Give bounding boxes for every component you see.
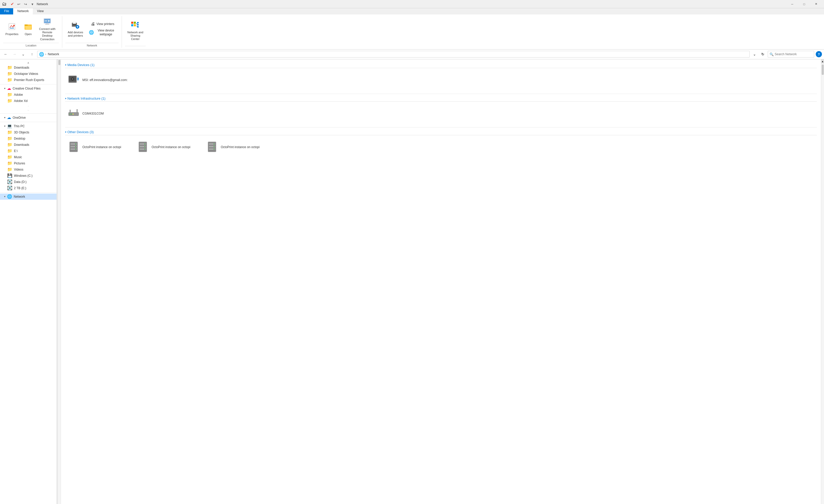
close-icon: ✕ xyxy=(815,2,817,6)
router-icon xyxy=(68,107,80,120)
creative-cloud-icon: ☁ xyxy=(7,86,11,91)
svg-rect-18 xyxy=(134,22,136,24)
section-label-media: Media Devices (1) xyxy=(68,63,95,67)
sidebar-scroll-top: ▲ xyxy=(0,60,57,65)
sidebar-label-adobe-xd: Adobe Xd xyxy=(14,99,28,103)
connect-remote-button[interactable]: Connect with Remote Desktop Connection xyxy=(36,16,59,42)
qs-dropdown-button[interactable]: ▾ xyxy=(29,1,35,7)
ribbon: File Network View Properties xyxy=(0,8,824,49)
folder-icon: 📁 xyxy=(7,92,12,97)
svg-rect-12 xyxy=(73,26,75,27)
section-header-media[interactable]: ▾ Media Devices (1) xyxy=(65,61,817,68)
sidebar-item-premier[interactable]: 📁 Premier Rush Exports xyxy=(0,77,57,83)
sidebar-item-onedrive[interactable]: ▾ ☁ OneDrive xyxy=(0,115,57,121)
media-device-icon xyxy=(68,74,80,87)
ribbon-group-sharing-items: Network andSharing Center xyxy=(125,16,146,45)
nav-up-button[interactable]: ↑ xyxy=(28,50,36,58)
network-sharing-button[interactable]: Network andSharing Center xyxy=(125,19,146,42)
list-item[interactable]: OctoPrint instance on octopi xyxy=(134,139,201,156)
sidebar-item-windows-c[interactable]: 💾 Windows (C:) xyxy=(0,173,57,179)
sidebar-label-premier: Premier Rush Exports xyxy=(14,78,44,82)
path-item-network[interactable]: Network xyxy=(47,52,60,56)
sidebar-item-edrive[interactable]: 📁 E:\ xyxy=(0,148,57,154)
drive-icon: 💾 xyxy=(7,173,12,178)
sidebar-item-2tb[interactable]: 💽 2 TB (E:) xyxy=(0,185,57,191)
nav-dropdown-button[interactable]: ⌄ xyxy=(20,50,27,58)
add-devices-button[interactable]: Add devicesand printers xyxy=(65,19,86,39)
path-separator: › xyxy=(45,52,46,56)
sidebar: ▲ 📁 Downloads 📁 Octolapse Videos 📁 Premi… xyxy=(0,59,57,504)
sidebar-item-downloads1[interactable]: 📁 Downloads xyxy=(0,65,57,71)
collapse-icon: ▾ xyxy=(65,97,66,100)
svg-point-36 xyxy=(73,114,74,115)
list-item[interactable]: OctoPrint instance on octopi xyxy=(65,139,132,156)
expand-icon: ▾ xyxy=(4,125,5,127)
list-item[interactable]: CGM4331COM xyxy=(65,105,132,122)
sidebar-scroll-mid2: ·· xyxy=(0,108,57,112)
section-header-other[interactable]: ▾ Other Devices (3) xyxy=(65,129,817,135)
sidebar-item-3dobjects[interactable]: 📁 3D Objects xyxy=(0,129,57,135)
forward-icon: → xyxy=(13,52,16,56)
help-button[interactable]: ? xyxy=(816,51,822,57)
open-button[interactable]: Open xyxy=(22,21,34,37)
network-sharing-label: Network andSharing Center xyxy=(127,31,143,41)
sidebar-item-videos[interactable]: 📁 Videos xyxy=(0,166,57,173)
address-path[interactable]: 🌐 › Network xyxy=(37,51,750,57)
sidebar-label-creative-cloud: Creative Cloud Files xyxy=(13,87,40,90)
view-device-webpage-button[interactable]: 🌐 View device webpage xyxy=(87,28,118,37)
scrollbar-up-button[interactable]: ▲ xyxy=(821,59,824,64)
expand-icon: ▾ xyxy=(4,116,5,119)
list-item[interactable]: MSI: eff.innovations@gmail.com: xyxy=(65,72,132,89)
tab-view[interactable]: View xyxy=(33,8,48,14)
sidebar-item-downloads2[interactable]: 📁 Downloads xyxy=(0,142,57,148)
folder-icon: 📁 xyxy=(7,78,12,82)
close-button[interactable]: ✕ xyxy=(810,0,822,8)
scrollbar-thumb-right[interactable] xyxy=(822,65,824,75)
svg-rect-9 xyxy=(45,21,47,21)
properties-button[interactable]: Properties xyxy=(3,21,21,37)
tab-file[interactable]: File xyxy=(0,8,13,14)
properties-label: Properties xyxy=(5,32,18,36)
tab-network[interactable]: Network xyxy=(13,8,33,14)
svg-point-1 xyxy=(13,25,15,26)
refresh-button[interactable]: ↻ xyxy=(759,51,766,57)
view-printers-button[interactable]: 🖨 View printers xyxy=(87,21,118,27)
sidebar-divider-4 xyxy=(0,192,57,193)
scrollbar-thumb-left[interactable] xyxy=(59,60,61,65)
sidebar-item-network[interactable]: ▾ 🌐 Network xyxy=(0,194,57,200)
sidebar-item-octolapse[interactable]: 📁 Octolapse Videos xyxy=(0,71,57,77)
sidebar-item-desktop[interactable]: 📁 Desktop xyxy=(0,135,57,142)
qs-redo-button[interactable]: ↪ xyxy=(23,1,28,7)
sidebar-label-network: Network xyxy=(14,195,25,199)
dropdown-history-button[interactable]: ⌄ xyxy=(751,51,758,57)
sidebar-item-adobe-xd[interactable]: 📁 Adobe Xd xyxy=(0,98,57,104)
nav-back-button[interactable]: ← xyxy=(2,50,9,58)
sidebar-item-thispc[interactable]: ▾ 💻 This PC xyxy=(0,123,57,129)
ribbon-group-location-items: Properties Open xyxy=(3,16,59,42)
sidebar-item-data-d[interactable]: 💽 Data (D:) xyxy=(0,179,57,185)
section-network-infrastructure: ▾ Network Infrastructure (1) xyxy=(65,95,817,126)
server-icon-3 xyxy=(206,141,218,154)
svg-point-44 xyxy=(75,143,76,144)
svg-rect-38 xyxy=(70,110,71,112)
sidebar-item-creative-cloud[interactable]: ▾ ☁ Creative Cloud Files xyxy=(0,86,57,92)
section-header-infrastructure[interactable]: ▾ Network Infrastructure (1) xyxy=(65,95,817,102)
qs-save-button[interactable]: ✔ xyxy=(9,1,15,7)
server-icon-1 xyxy=(68,141,80,154)
connect-remote-label: Connect with Remote Desktop Connection xyxy=(38,27,57,41)
minimize-button[interactable]: ─ xyxy=(786,0,798,8)
app-icon: 🗂 xyxy=(2,1,7,7)
sidebar-item-music[interactable]: 📁 Music xyxy=(0,154,57,160)
ribbon-content: Properties Open xyxy=(0,14,824,49)
path-network-icon: 🌐 xyxy=(39,52,44,57)
nav-forward-button[interactable]: → xyxy=(11,50,18,58)
qs-undo-button[interactable]: ↩ xyxy=(16,1,22,7)
list-item[interactable]: OctoPrint instance on octopi xyxy=(203,139,271,156)
content-wrapper: ▾ Media Devices (1) xyxy=(58,59,824,504)
sidebar-item-pictures[interactable]: 📁 Pictures xyxy=(0,160,57,166)
search-box[interactable]: 🔍 xyxy=(768,51,814,57)
maximize-button[interactable]: □ xyxy=(798,0,810,8)
search-input[interactable] xyxy=(775,52,813,56)
sidebar-item-adobe[interactable]: 📁 Adobe xyxy=(0,92,57,98)
ribbon-group-location-label: Location xyxy=(3,43,59,48)
